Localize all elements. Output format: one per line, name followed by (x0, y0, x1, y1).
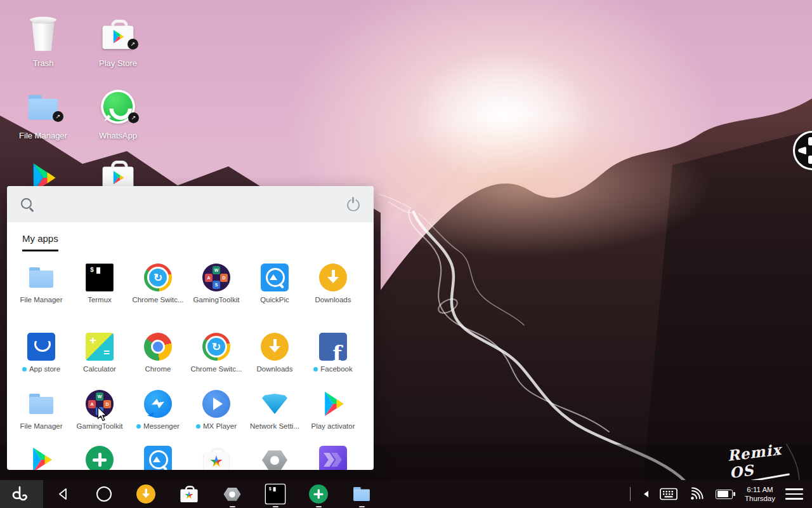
desktop-icon-label: WhatsApp (99, 131, 137, 140)
desktop-icon-trash[interactable]: Trash (5, 15, 81, 68)
app-calculator[interactable]: Calculator (70, 333, 129, 373)
app-play-store-bag[interactable] (187, 446, 246, 470)
gallery-icon (144, 446, 172, 470)
folder-icon (27, 264, 55, 291)
app-app-store[interactable]: App store (12, 333, 70, 373)
taskbar-app-settings-nut[interactable] (211, 480, 254, 508)
tray-wireless-button[interactable] (689, 486, 704, 502)
taskbar-menu-button[interactable] (785, 488, 803, 499)
shortcut-badge-icon: ↗ (128, 39, 138, 50)
desktop-icon-label: Play Store (99, 58, 137, 68)
chrome-switch-icon (144, 264, 172, 291)
app-chrome[interactable]: Chrome (129, 333, 187, 373)
app-messenger[interactable]: Messenger (129, 390, 187, 430)
app-store-icon (27, 333, 55, 361)
app-downloads[interactable]: Downloads (304, 264, 362, 304)
mouse-cursor (96, 406, 108, 422)
taskbar-app-file-manager[interactable] (340, 480, 383, 508)
app-drawer: My apps File Manager Termux Chrome Switc… (7, 186, 374, 470)
desktop-icon-whatsapp[interactable]: ↗ WhatsApp (80, 88, 156, 140)
play-store-star-bag-icon (180, 485, 199, 504)
play-triangle-icon (110, 29, 126, 44)
app-facebook[interactable]: Facebook (304, 333, 362, 373)
termux-icon (86, 264, 114, 291)
search-input[interactable] (44, 198, 337, 210)
start-button[interactable] (0, 480, 43, 508)
remix-logo-icon (11, 485, 32, 504)
play-triangle-icon (319, 390, 347, 418)
app-label: Downloads (257, 365, 293, 373)
desktop-icon-label: Trash (33, 58, 54, 68)
app-label: Facebook (320, 365, 353, 373)
power-icon[interactable] (346, 197, 361, 212)
taskbar-app-play-store[interactable] (167, 480, 211, 508)
nut-settings-icon (261, 446, 289, 470)
app-label: QuickPic (260, 296, 289, 304)
app-play-store[interactable] (12, 446, 70, 470)
app-termux[interactable]: Termux (70, 264, 129, 304)
app-downloads-2[interactable]: Downloads (246, 333, 304, 373)
app-file-manager[interactable]: File Manager (12, 264, 70, 304)
taskbar-app-termux[interactable] (254, 480, 297, 508)
gamepad-dpad-icon (808, 137, 812, 145)
app-label: GamingToolkit (193, 296, 240, 304)
gaming-toolkit-icon: WADS (202, 264, 230, 291)
tray-battery-button[interactable] (716, 490, 733, 499)
tray-keyboard-button[interactable] (660, 488, 678, 500)
keyboard-icon (660, 488, 678, 500)
app-purple-explorer[interactable] (304, 446, 362, 470)
app-file-manager-2[interactable]: File Manager (12, 390, 70, 430)
downloads-icon (319, 264, 347, 291)
app-label: File Manager (20, 296, 62, 304)
folder-icon (27, 390, 55, 418)
app-label: Chrome Switc... (190, 365, 242, 373)
app-label: File Manager (20, 422, 62, 430)
tray-divider (630, 487, 631, 501)
green-plus-icon (309, 485, 328, 504)
shortcut-badge-icon: ↗ (128, 112, 139, 123)
new-app-dot (22, 367, 27, 371)
app-network-settings[interactable]: Network Setti... (246, 390, 304, 430)
tray-expand-button[interactable] (644, 491, 648, 497)
app-gallery[interactable] (129, 446, 187, 470)
app-label: GamingToolkit (77, 422, 123, 430)
drawer-search-bar[interactable] (7, 186, 374, 222)
back-icon (56, 487, 70, 501)
file-manager-icon (352, 485, 371, 504)
drawer-tabs: My apps (7, 222, 374, 251)
taskbar-app-downloads[interactable] (124, 480, 167, 508)
play-store-star-bag-icon (202, 446, 230, 470)
facebook-icon (319, 333, 347, 361)
search-icon (20, 197, 35, 212)
app-label: App store (29, 365, 60, 373)
taskbar-app-new-plus[interactable] (297, 480, 340, 508)
running-indicator (230, 506, 235, 508)
tray-clock[interactable]: 6:11 AM Thursday (745, 485, 775, 503)
app-quickpic[interactable]: QuickPic (246, 264, 304, 304)
desktop-icon-file-manager[interactable]: ↗ File Manager (5, 89, 81, 140)
app-chrome-switch[interactable]: Chrome Switc... (129, 264, 187, 304)
wireless-signal-icon (689, 486, 704, 502)
app-gaming-toolkit[interactable]: WADS GamingToolkit (187, 264, 246, 304)
app-apk-installer[interactable] (246, 446, 304, 470)
wifi-icon (261, 390, 289, 418)
app-play-activator[interactable]: Play activator (304, 390, 362, 430)
back-button[interactable] (43, 480, 84, 508)
play-triangle-icon (27, 446, 55, 470)
app-chrome-switch-2[interactable]: Chrome Switc... (187, 333, 246, 373)
desktop-icon-play-store[interactable]: ↗ Play Store (80, 15, 156, 68)
clock-day: Thursday (745, 494, 775, 503)
app-new-plus[interactable] (70, 446, 129, 470)
tab-my-apps[interactable]: My apps (22, 233, 58, 251)
app-mx-player[interactable]: MX Player (187, 390, 246, 430)
app-label: Calculator (83, 365, 116, 373)
quickpic-icon (261, 264, 289, 291)
messenger-icon (144, 390, 172, 418)
app-grid-row: File Manager Termux Chrome Switc... WADS… (12, 264, 362, 304)
home-button[interactable] (84, 480, 124, 508)
system-tray: 6:11 AM Thursday (630, 480, 812, 508)
app-label: Termux (88, 296, 112, 304)
running-indicator (316, 506, 322, 508)
green-plus-icon (86, 446, 114, 470)
taskbar: 6:11 AM Thursday (0, 480, 812, 508)
